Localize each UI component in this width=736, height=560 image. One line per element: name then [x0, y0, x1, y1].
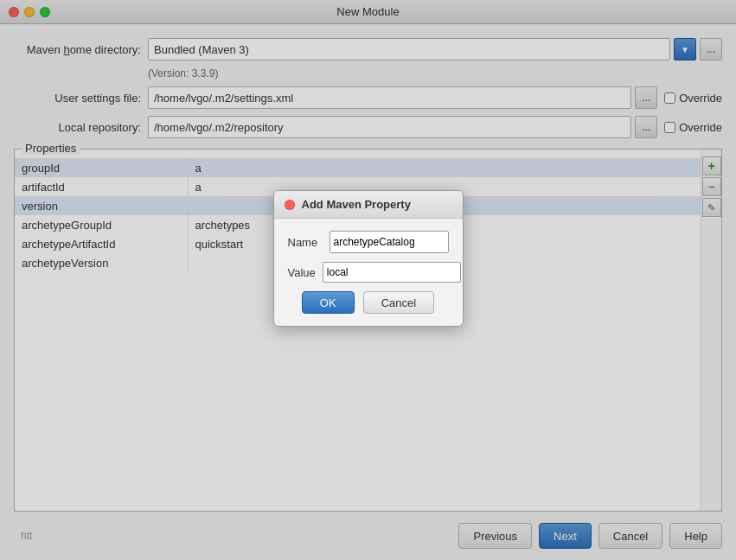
- dialog-name-row: Name ▼: [288, 231, 449, 253]
- dialog-name-label: Name: [288, 236, 323, 249]
- dialog-value-label: Value: [288, 266, 316, 279]
- modal-overlay: Add Maven Property Name ▼ Value OK Cance…: [0, 0, 736, 560]
- dialog-body: Name ▼ Value OK Cancel: [274, 219, 463, 326]
- dialog-name-input[interactable]: [330, 232, 449, 252]
- dialog-title: Add Maven Property: [302, 198, 411, 211]
- dialog-value-row: Value: [288, 262, 449, 283]
- dialog-close-icon[interactable]: [285, 200, 295, 210]
- dialog-cancel-button[interactable]: Cancel: [363, 291, 434, 314]
- dialog-name-field-container: ▼: [330, 231, 449, 253]
- dialog-button-row: OK Cancel: [288, 291, 449, 314]
- dialog-title-bar: Add Maven Property: [274, 191, 463, 219]
- dialog-ok-button[interactable]: OK: [302, 291, 355, 314]
- add-maven-property-dialog: Add Maven Property Name ▼ Value OK Cance…: [273, 190, 464, 327]
- dialog-value-input[interactable]: [323, 262, 461, 283]
